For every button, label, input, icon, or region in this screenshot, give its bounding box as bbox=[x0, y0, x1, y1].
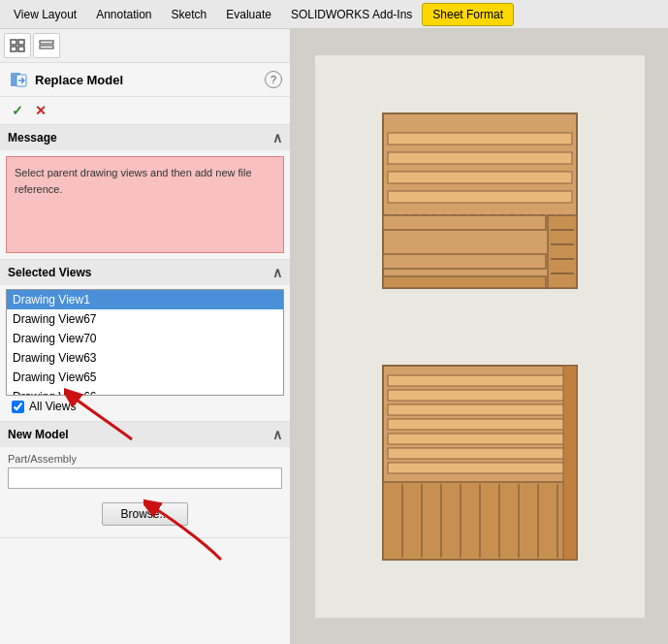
selected-views-section: Selected Views ∧ Drawing View1 Drawing V… bbox=[0, 260, 290, 422]
selected-views-header[interactable]: Selected Views ∧ bbox=[0, 260, 290, 285]
svg-rect-13 bbox=[388, 152, 572, 164]
left-panel: Replace Model ? ✓ ✕ Message ∧ Select par… bbox=[0, 29, 291, 644]
svg-rect-14 bbox=[388, 172, 572, 183]
all-views-label[interactable]: All Views bbox=[29, 400, 76, 413]
part-assembly-input[interactable] bbox=[8, 467, 282, 489]
svg-rect-15 bbox=[388, 191, 572, 203]
all-views-checkbox[interactable] bbox=[12, 401, 24, 413]
menu-sketch[interactable]: Sketch bbox=[162, 4, 217, 25]
svg-rect-30 bbox=[388, 434, 572, 444]
message-collapse-icon: ∧ bbox=[272, 130, 282, 145]
replace-model-title: Replace Model bbox=[35, 73, 265, 87]
svg-rect-1 bbox=[18, 40, 24, 45]
menu-evaluate[interactable]: Evaluate bbox=[216, 4, 281, 25]
confirm-row: ✓ ✕ bbox=[0, 97, 290, 125]
new-model-section-header[interactable]: New Model ∧ bbox=[0, 422, 290, 447]
confirm-cancel-button[interactable]: ✕ bbox=[31, 101, 50, 120]
right-panel bbox=[291, 29, 668, 644]
menu-annotation[interactable]: Annotation bbox=[86, 4, 161, 25]
svg-rect-23 bbox=[383, 254, 546, 269]
bunk-bed-top-svg bbox=[373, 104, 587, 298]
message-section-header[interactable]: Message ∧ bbox=[0, 125, 290, 150]
svg-rect-28 bbox=[388, 404, 572, 415]
svg-rect-2 bbox=[11, 47, 16, 51]
message-area: Select parent drawing views and then add… bbox=[6, 156, 284, 253]
views-container: Drawing View1 Drawing View67 Drawing Vie… bbox=[0, 285, 290, 421]
view-item-6[interactable]: Drawing View66 bbox=[7, 387, 283, 396]
svg-rect-26 bbox=[388, 375, 572, 386]
main-layout: Replace Model ? ✓ ✕ Message ∧ Select par… bbox=[0, 29, 668, 644]
svg-rect-43 bbox=[563, 366, 577, 560]
new-model-collapse-icon: ∧ bbox=[272, 427, 282, 442]
message-section: Message ∧ Select parent drawing views an… bbox=[0, 125, 290, 260]
bunk-bed-bottom-svg bbox=[373, 356, 587, 569]
list-icon[interactable] bbox=[33, 33, 60, 58]
furniture-bottom bbox=[373, 356, 587, 569]
new-model-label: New Model bbox=[8, 428, 69, 441]
svg-rect-32 bbox=[388, 463, 572, 473]
menu-bar: View Layout Annotation Sketch Evaluate S… bbox=[0, 0, 668, 29]
menu-solidworks-addins[interactable]: SOLIDWORKS Add-Ins bbox=[281, 4, 422, 25]
svg-rect-17 bbox=[548, 215, 577, 288]
replace-model-header: Replace Model ? bbox=[0, 63, 290, 97]
selected-views-collapse-icon: ∧ bbox=[272, 265, 282, 280]
new-model-section: New Model ∧ Part/Assembly Browse... bbox=[0, 422, 290, 538]
view-item-2[interactable]: Drawing View67 bbox=[7, 309, 283, 329]
help-icon[interactable]: ? bbox=[265, 71, 282, 88]
icon-toolbar bbox=[0, 29, 290, 63]
views-list[interactable]: Drawing View1 Drawing View67 Drawing Vie… bbox=[6, 289, 284, 396]
drawing-canvas bbox=[315, 55, 645, 618]
browse-button[interactable]: Browse... bbox=[102, 502, 187, 526]
svg-rect-5 bbox=[40, 46, 53, 48]
menu-sheet-format[interactable]: Sheet Format bbox=[422, 3, 514, 26]
message-section-label: Message bbox=[8, 131, 57, 145]
furniture-top bbox=[373, 104, 587, 298]
message-text: Select parent drawing views and then add… bbox=[15, 167, 252, 195]
svg-rect-29 bbox=[388, 419, 572, 430]
svg-rect-12 bbox=[388, 133, 572, 145]
view-item-3[interactable]: Drawing View70 bbox=[7, 329, 283, 348]
svg-rect-27 bbox=[388, 390, 572, 401]
new-model-content: Part/Assembly Browse... bbox=[0, 447, 290, 537]
view-item-1[interactable]: Drawing View1 bbox=[7, 290, 283, 309]
view-item-4[interactable]: Drawing View63 bbox=[7, 348, 283, 368]
svg-rect-0 bbox=[11, 40, 16, 45]
svg-rect-24 bbox=[383, 276, 546, 288]
svg-rect-22 bbox=[383, 215, 546, 230]
selected-views-label: Selected Views bbox=[8, 266, 92, 279]
view-item-5[interactable]: Drawing View65 bbox=[7, 368, 283, 387]
menu-view-layout[interactable]: View Layout bbox=[4, 4, 86, 25]
part-assembly-label: Part/Assembly bbox=[8, 453, 282, 465]
svg-rect-31 bbox=[388, 448, 572, 459]
svg-rect-3 bbox=[18, 47, 24, 51]
svg-rect-4 bbox=[40, 41, 53, 44]
grid-icon[interactable] bbox=[4, 33, 31, 58]
replace-model-icon bbox=[8, 69, 29, 90]
all-views-row: All Views bbox=[6, 396, 284, 417]
confirm-ok-button[interactable]: ✓ bbox=[8, 101, 27, 120]
